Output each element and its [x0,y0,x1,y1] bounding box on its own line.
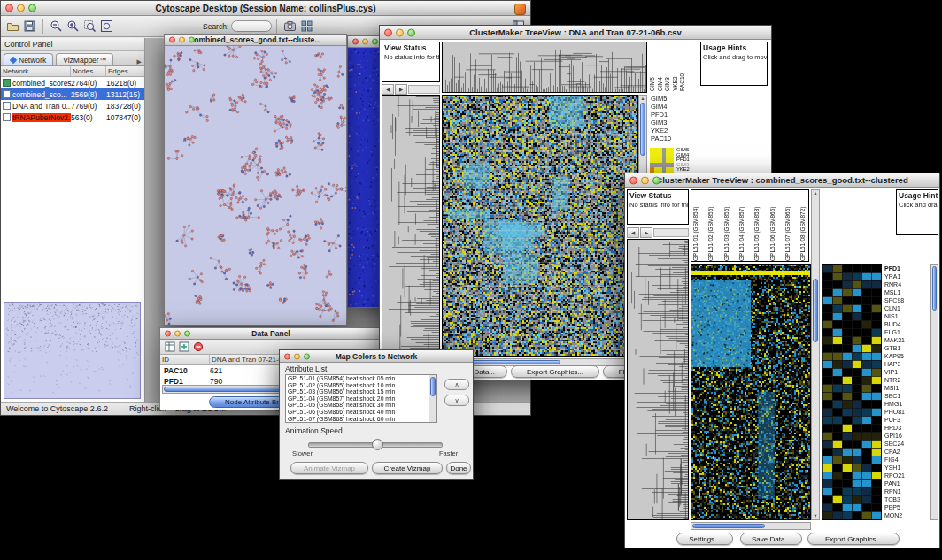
create-vizmap-button[interactable]: Create Vizmap [372,462,443,474]
zoom-button[interactable] [372,39,378,45]
tab-network[interactable]: Network [4,53,53,65]
save-icon[interactable] [22,19,37,34]
treeview-button-settings[interactable]: Settings... [676,533,733,545]
network-canvas[interactable] [165,46,346,325]
search-input[interactable] [231,20,272,32]
attribute-listbox[interactable]: GPL51-01 (GSM854) heat shock 05 minGPL51… [285,374,437,423]
animation-speed-slider[interactable] [308,442,443,448]
attribute-item[interactable]: GPL51-07 (GSM868) heat shock 60 min [286,416,436,423]
close-button[interactable] [629,176,637,184]
zoom-out-icon[interactable] [49,19,64,34]
heatmap-combined[interactable] [691,264,811,520]
zoom-button[interactable] [189,37,195,43]
gene-label: PFD1 [884,265,925,272]
top-dendrogram[interactable] [442,42,647,93]
close-button[interactable] [5,4,13,12]
grid-icon[interactable] [299,19,314,34]
move-down-button[interactable]: ∨ [444,395,469,406]
scrollbar-thumb[interactable] [430,377,436,396]
treeview-button-save-data[interactable]: Save Data... [740,533,802,545]
attribute-item[interactable]: GPL51-04 (GSM857) heat shock 20 min [286,395,436,403]
network-table-row[interactable]: tRNAPuberNov2...563(0)107847(0) [1,111,144,123]
close-button[interactable] [169,37,175,43]
col-network[interactable]: Network [1,66,71,76]
animate-vizmap-button[interactable]: Animate Vizmap [290,462,368,474]
minimize-button[interactable] [179,37,185,43]
snapshot-icon[interactable] [282,19,297,34]
open-icon[interactable] [5,19,20,34]
minimize-button[interactable] [396,28,404,36]
close-button[interactable] [165,331,171,337]
scrollbar-thumb[interactable] [813,279,818,342]
zoom-button[interactable] [407,28,415,36]
gene-v-scrollbar[interactable] [930,264,938,520]
network-table-row[interactable]: combined_sco...2569(8)13112(15) [1,88,144,100]
birdseye-canvas[interactable] [4,303,140,398]
close-button[interactable] [284,353,290,359]
dendro-nav: ◀ ▶ [382,84,440,95]
data-col-id[interactable]: ID [160,355,210,364]
nav-right-icon[interactable]: ▶ [395,84,407,95]
heatmap-v-scrollbar[interactable]: ▲ ▼ [811,189,820,520]
attribute-item[interactable]: GPL51-02 (GSM855) heat shock 10 min [286,382,436,389]
zoom-button[interactable] [304,353,310,359]
zoom-button[interactable] [652,176,660,184]
zoom-heatmap[interactable] [822,264,882,520]
scrollbar-thumb[interactable] [932,266,937,311]
network-table-row[interactable]: combined_scores2764(0)16218(0) [1,77,144,88]
nav-left-icon[interactable]: ◀ [382,84,394,95]
move-up-button[interactable]: ∧ [444,379,469,390]
zoom-button[interactable] [184,331,190,337]
attribute-select-icon[interactable] [164,341,176,353]
attribute-delete-icon[interactable] [192,341,205,353]
nav-track[interactable] [653,228,689,237]
slider-thumb[interactable] [372,439,383,450]
session-proxy-icon[interactable] [514,4,526,15]
zoom-selected-icon[interactable] [82,19,97,34]
nav-track[interactable] [408,85,440,94]
scroll-up-icon[interactable]: ▲ [639,96,646,101]
network-frame-titlebar[interactable]: combined_scores_good.txt--cluste... [165,35,346,46]
zoom-button[interactable] [28,4,36,12]
scrollbar-thumb[interactable] [640,103,645,156]
tab-vizmapper[interactable]: VizMapper™ [56,53,113,65]
treeview-button-export-graphics[interactable]: Export Graphics... [511,365,599,378]
done-button[interactable]: Done [446,462,471,474]
gene-label: CLN1 [884,304,925,312]
list-v-scrollbar[interactable] [429,375,436,422]
minimize-button[interactable] [641,176,649,184]
main-titlebar[interactable]: Cytoscape Desktop (Session Name: collins… [1,1,530,16]
col-nodes[interactable]: Nodes [71,66,106,76]
col-edges[interactable]: Edges [106,66,144,76]
map-colors-titlebar[interactable]: Map Colors to Network [280,350,473,363]
scrollbar-thumb[interactable] [692,524,765,528]
treeview-button-export-graphics[interactable]: Export Graphics... [807,533,900,545]
minimize-button[interactable] [17,4,25,12]
tab-overflow-icon[interactable]: ▶ [137,58,142,65]
close-button[interactable] [384,28,392,36]
minimize-button[interactable] [362,39,368,45]
scroll-up-icon[interactable]: ▲ [812,191,819,196]
zoom-fit-icon[interactable] [99,19,114,34]
attribute-new-icon[interactable] [178,341,190,353]
nav-left-icon[interactable]: ◀ [627,227,639,238]
treeview-combined-titlebar[interactable]: ClusterMaker TreeView : combined_scores_… [625,173,939,188]
attribute-item[interactable]: GPL51-06 (GSM866) heat shock 40 min [286,409,436,416]
close-button[interactable] [352,39,359,45]
attribute-item[interactable]: GPL51-03 (GSM856) heat shock 15 min [286,388,436,395]
nav-right-icon[interactable]: ▶ [640,227,652,238]
scroll-down-icon[interactable]: ▼ [812,514,819,518]
heatmap-h-scrollbar[interactable] [691,522,811,530]
row-dendrogram[interactable] [627,239,689,520]
treeview-dna-titlebar[interactable]: ClusterMaker TreeView : DNA and Tran 07-… [380,26,771,40]
data-panel-titlebar[interactable]: Data Panel [160,328,382,340]
minimize-button[interactable] [294,353,300,359]
heatmap-dna[interactable] [442,95,638,357]
zoom-in-icon[interactable] [66,19,81,34]
attribute-item[interactable]: GPL51-01 (GSM854) heat shock 05 min [286,375,436,382]
minimize-button[interactable] [174,331,181,337]
row-dendrogram[interactable] [382,95,440,357]
network-table-row[interactable]: DNA and Tran 0...7769(0)183728(0) [1,100,144,111]
birdseye-view[interactable] [4,302,141,399]
attribute-item[interactable]: GPL51-05 (GSM858) heat shock 30 min [286,402,436,409]
